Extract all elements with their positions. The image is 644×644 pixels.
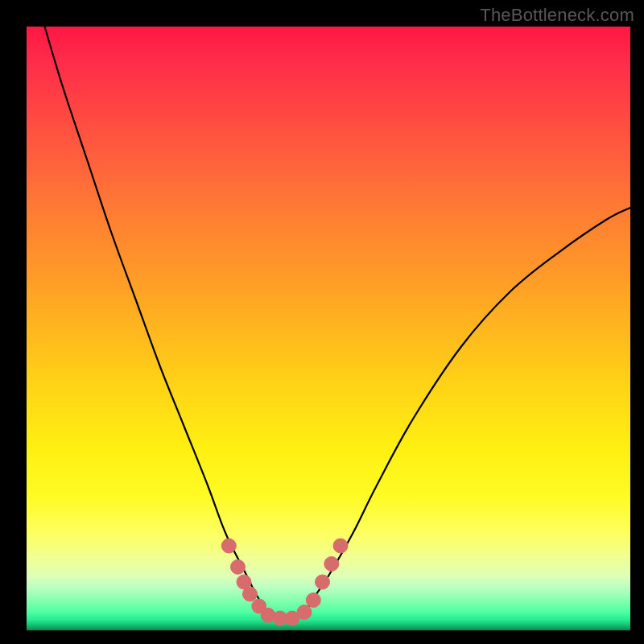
highlight-dot <box>324 557 339 572</box>
plot-area <box>27 27 630 630</box>
watermark-text: TheBottleneck.com <box>480 5 634 26</box>
marker-group <box>221 539 348 625</box>
chart-frame: TheBottleneck.com <box>0 0 644 644</box>
highlight-dot <box>316 575 330 589</box>
highlight-dot <box>221 539 236 553</box>
highlight-dot <box>243 587 258 601</box>
highlight-dot <box>231 559 246 574</box>
highlight-dot <box>333 539 348 553</box>
highlight-dot <box>297 605 312 620</box>
chart-svg <box>27 27 630 630</box>
highlight-dot <box>306 593 320 608</box>
bottleneck-curve <box>45 27 631 619</box>
